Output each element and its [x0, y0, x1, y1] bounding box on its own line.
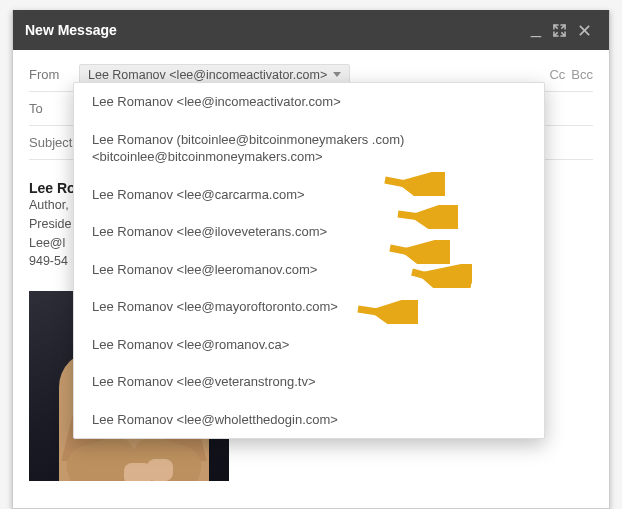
from-option[interactable]: Lee Romanov <lee@leeromanov.com>: [74, 251, 544, 289]
from-option[interactable]: Lee Romanov <lee@wholetthedogin.com>: [74, 401, 544, 439]
bcc-button[interactable]: Bcc: [571, 67, 593, 82]
from-option[interactable]: Lee Romanov <lee@incomeactivator.com>: [74, 83, 544, 121]
from-selected-value: Lee Romanov <lee@incomeactivator.com>: [88, 68, 327, 82]
from-dropdown: Lee Romanov <lee@incomeactivator.com> Le…: [73, 82, 545, 439]
from-option[interactable]: Lee Romanov <lee@carcarma.com>: [74, 176, 544, 214]
close-button[interactable]: [572, 20, 597, 41]
from-option[interactable]: Lee Romanov (bitcoinlee@bitcoinmoneymake…: [74, 121, 544, 176]
expand-button[interactable]: [547, 20, 572, 41]
from-option[interactable]: Lee Romanov <lee@iloveveterans.com>: [74, 213, 544, 251]
minimize-button[interactable]: _: [525, 20, 547, 34]
from-option[interactable]: Lee Romanov <lee@mayoroftoronto.com>: [74, 288, 544, 326]
cc-button[interactable]: Cc: [549, 67, 565, 82]
titlebar: New Message _: [13, 10, 609, 50]
from-option[interactable]: Lee Romanov <lee@romanov.ca>: [74, 326, 544, 364]
from-label: From: [29, 67, 79, 82]
caret-down-icon: [333, 72, 341, 77]
to-label: To: [29, 101, 79, 116]
from-option[interactable]: Lee Romanov <lee@veteranstrong.tv>: [74, 363, 544, 401]
window-title: New Message: [25, 22, 525, 38]
